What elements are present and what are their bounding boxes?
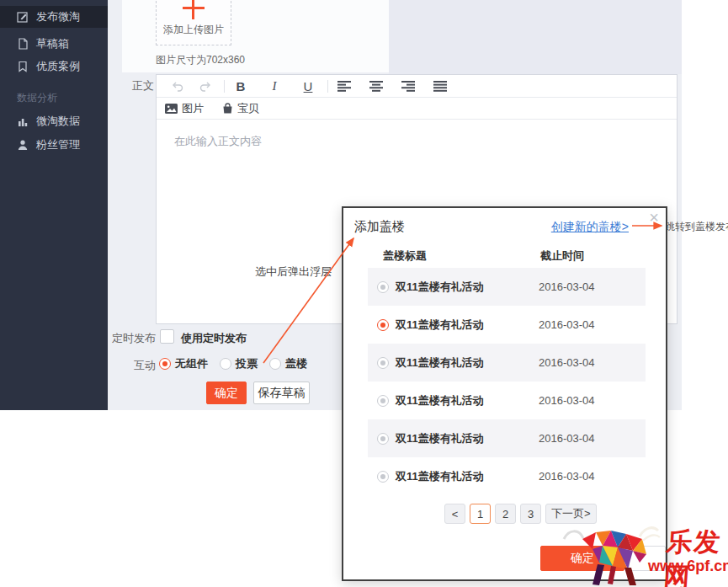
editor-toolbar-row1: B I U — [157, 75, 677, 98]
radio-icon[interactable] — [377, 471, 389, 483]
editor-toolbar-row2: 图片 宝贝 — [157, 98, 677, 120]
sidebar-item-weitao-data[interactable]: 微淘数据 — [0, 110, 108, 132]
edit-square-icon — [17, 11, 29, 23]
watermark-site-name: 乐发网 — [662, 525, 728, 587]
confirm-button[interactable]: 确定 — [206, 382, 247, 404]
page-button-2[interactable]: 2 — [495, 504, 516, 524]
radio-icon — [220, 358, 231, 370]
column-title: 盖楼标题 — [383, 248, 427, 264]
image-icon — [165, 104, 178, 114]
toolbar-divider — [327, 80, 328, 93]
plus-icon — [183, 0, 205, 19]
table-row[interactable]: 双11盖楼有礼活动2016-03-04 — [368, 419, 646, 457]
sidebar-item-label: 发布微淘 — [36, 9, 80, 24]
row-title: 双11盖楼有礼活动 — [396, 280, 539, 295]
align-right-icon[interactable] — [399, 77, 417, 94]
insert-image-button[interactable]: 图片 — [165, 101, 204, 116]
interaction-label: 互动 — [127, 358, 156, 373]
content-top-tint — [389, 0, 682, 74]
page: 发布微淘 草稿箱 优质案例 数据分析 微淘数据 粉丝管理 添加上传图片 图片尺寸… — [0, 0, 728, 587]
insert-item-button[interactable]: 宝贝 — [222, 101, 259, 116]
align-justify-icon[interactable] — [431, 77, 449, 94]
image-size-hint: 图片尺寸为702x360 — [156, 53, 245, 67]
row-title: 双11盖楼有礼活动 — [396, 393, 539, 408]
sidebar-item-label: 微淘数据 — [36, 114, 80, 129]
upload-image-dropzone[interactable]: 添加上传图片 — [156, 0, 231, 45]
document-icon — [17, 38, 29, 50]
insert-image-label: 图片 — [182, 101, 204, 116]
table-row[interactable]: 双11盖楼有礼活动2016-03-04 — [368, 457, 646, 495]
toolbar-divider — [224, 80, 225, 93]
save-draft-button[interactable]: 保存草稿 — [253, 382, 310, 404]
sidebar-item-fans-management[interactable]: 粉丝管理 — [0, 134, 108, 156]
underline-button[interactable]: U — [299, 77, 317, 94]
table-row[interactable]: 双11盖楼有礼活动2016-03-04 — [368, 306, 646, 344]
radio-icon — [269, 358, 281, 370]
pagination: < 1 2 3 下一页> — [444, 504, 601, 524]
schedule-label: 定时发布 — [112, 331, 156, 346]
sidebar-item-drafts[interactable]: 草稿箱 — [0, 33, 108, 55]
option-vote[interactable]: 投票 — [220, 356, 258, 371]
sidebar-item-label: 粉丝管理 — [36, 137, 80, 152]
radio-icon[interactable] — [377, 395, 389, 407]
popup-annotation: 选中后弹出浮层 — [255, 264, 332, 280]
sidebar-item-label: 优质案例 — [36, 59, 80, 74]
undo-icon[interactable] — [168, 77, 187, 94]
next-page-button[interactable]: 下一页> — [545, 504, 597, 524]
bookmark-icon — [17, 61, 29, 72]
row-title: 双11盖楼有礼活动 — [396, 355, 539, 371]
row-deadline: 2016-03-04 — [539, 280, 595, 293]
row-deadline: 2016-03-04 — [539, 356, 595, 369]
radio-icon[interactable] — [377, 357, 389, 369]
table-row[interactable]: 双11盖楼有礼活动2016-03-04 — [368, 382, 646, 419]
page-button-3[interactable]: 3 — [520, 504, 541, 524]
row-deadline: 2016-03-04 — [539, 470, 595, 483]
option-gailou[interactable]: 盖楼 — [269, 356, 307, 371]
option-label: 无组件 — [175, 356, 208, 371]
option-label: 投票 — [236, 356, 258, 371]
row-deadline: 2016-03-04 — [539, 318, 595, 331]
body-field-label: 正文 — [126, 78, 154, 93]
row-deadline: 2016-03-04 — [539, 394, 595, 407]
sidebar-item-publish-weitao[interactable]: 发布微淘 — [0, 6, 108, 28]
radio-icon[interactable] — [377, 319, 389, 331]
row-title: 双11盖楼有礼活动 — [396, 318, 539, 333]
user-icon — [17, 139, 29, 151]
column-deadline: 截止时间 — [540, 248, 584, 264]
align-center-icon[interactable] — [367, 77, 385, 94]
row-title: 双11盖楼有礼活动 — [396, 469, 539, 484]
row-deadline: 2016-03-04 — [539, 432, 595, 445]
modal-confirm-button[interactable]: 确定 — [540, 546, 624, 571]
table-row[interactable]: 双11盖楼有礼活动2016-03-04 — [368, 268, 646, 306]
option-no-component[interactable]: 无组件 — [159, 356, 208, 371]
redo-icon[interactable] — [195, 77, 214, 94]
sidebar-item-label: 草稿箱 — [36, 36, 69, 51]
schedule-checkbox-label: 使用定时发布 — [181, 331, 247, 346]
shopping-bag-icon — [222, 103, 233, 114]
upload-label: 添加上传图片 — [157, 23, 231, 37]
insert-item-label: 宝贝 — [237, 101, 259, 116]
close-icon[interactable]: × — [649, 209, 659, 226]
prev-page-button[interactable]: < — [444, 504, 465, 524]
table-row[interactable]: 双11盖楼有礼活动2016-03-04 — [368, 344, 646, 382]
radio-icon — [159, 358, 171, 370]
radio-icon[interactable] — [377, 281, 389, 293]
align-left-icon[interactable] — [335, 77, 353, 94]
italic-button[interactable]: I — [265, 77, 284, 94]
option-label: 盖楼 — [285, 356, 307, 371]
sidebar-item-quality-cases[interactable]: 优质案例 — [0, 56, 108, 77]
create-new-gailou-link[interactable]: 创建新的盖楼> — [551, 220, 629, 235]
radio-icon[interactable] — [377, 433, 389, 445]
bar-chart-icon — [17, 115, 29, 127]
row-title: 双11盖楼有礼活动 — [396, 431, 539, 446]
gailou-table: 双11盖楼有礼活动2016-03-04 双11盖楼有礼活动2016-03-04 … — [368, 268, 646, 495]
modal-title: 添加盖楼 — [354, 219, 405, 235]
jump-to-gailou-note: 跳转到盖楼发布页 — [665, 220, 728, 234]
page-button-1[interactable]: 1 — [470, 504, 491, 524]
schedule-checkbox[interactable] — [160, 329, 174, 344]
sidebar: 发布微淘 草稿箱 优质案例 数据分析 微淘数据 粉丝管理 — [0, 0, 108, 410]
interaction-options: 无组件 投票 盖楼 — [159, 356, 319, 371]
bold-button[interactable]: B — [231, 77, 250, 94]
add-gailou-modal: 添加盖楼 创建新的盖楼> × 盖楼标题 截止时间 双11盖楼有礼活动2016-0… — [342, 206, 667, 581]
secondary-button[interactable] — [629, 546, 666, 571]
